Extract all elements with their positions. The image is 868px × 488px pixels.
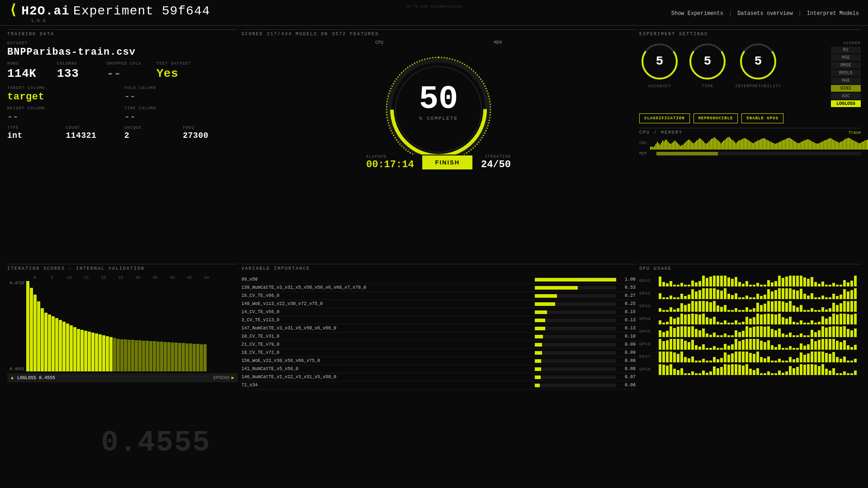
vi-value: 0.09 [620, 350, 636, 355]
gpu-bar [774, 314, 777, 324]
gpu-bar [713, 366, 716, 375]
cpu-bar-item [730, 138, 731, 150]
gpu-usage-panel: GPU USAGE GPU1GPU2GPU3GPU4GPU5GPU6GPU7GP… [639, 264, 861, 479]
gpu-bar [760, 305, 763, 312]
cpu-bar-item [840, 142, 841, 150]
cpu-bar-item [843, 141, 844, 150]
gpu-bar [745, 281, 748, 286]
gpu-bar [698, 301, 701, 312]
gpu-bar [832, 352, 835, 362]
gpu-bar [782, 301, 784, 312]
vi-row: 146_NumCatTE_v2_v22_v3_v31_v5_v50_00.07 [241, 373, 636, 381]
gpu-bar [677, 297, 679, 299]
vi-row: 18_CV_TE_v72_00.09 [241, 349, 636, 357]
gpu-bar [800, 320, 802, 324]
cpu-bar-item [864, 141, 865, 150]
gpu-bar [709, 288, 712, 299]
gpu-bar [659, 339, 661, 350]
cpu-bar-item [795, 142, 796, 150]
gpu-bar [745, 364, 748, 375]
gpu-bars [659, 301, 861, 312]
gpu-bar [713, 346, 716, 350]
vi-bar [535, 367, 541, 371]
cpu-bar-item [780, 141, 781, 150]
cpu-bar-item [839, 143, 840, 150]
gpu-bar [825, 339, 828, 350]
gpu-bar [670, 364, 672, 375]
unique-block: UNIQUE 2 [124, 126, 179, 140]
gpu-bar [811, 330, 813, 337]
gpu-bar [670, 339, 672, 350]
gpu-row: GPU3 [639, 301, 861, 312]
vi-row: 141_NumCatTE_v5_v56_00.08 [241, 365, 636, 373]
cpu-bar-item [733, 141, 734, 150]
scorer-item-mse[interactable]: MSE [831, 54, 861, 61]
interpret-models-link[interactable]: Interpret Models [807, 10, 859, 17]
gpu-bar [836, 305, 839, 312]
gpu-bar [673, 285, 676, 286]
gpu-bar [691, 371, 694, 375]
logloss-value: LOGLOSS 0.4555 [17, 375, 55, 380]
gpu-bar [756, 314, 759, 324]
gauge-percent-label: % COMPLETE [419, 116, 458, 121]
gpu-bar [677, 327, 679, 337]
gpu-bar [662, 323, 665, 324]
progress-panel: SCORED 217/434 MODELS ON 3572 FEATURES C… [241, 29, 636, 260]
gpu-bar [695, 345, 698, 350]
rows-label: ROWS [7, 61, 43, 66]
datasets-overview-link[interactable]: Datasets overview [737, 10, 793, 17]
scorer-item-gini[interactable]: GINI [831, 85, 861, 92]
scorer-item-rmse[interactable]: RMSE [831, 62, 861, 69]
cpu-bar-item [810, 141, 811, 150]
gpu-bar [818, 297, 821, 299]
gpu-bar [684, 341, 687, 350]
gpu-bar [709, 302, 712, 312]
vi-value: 0.06 [620, 383, 636, 388]
gpu-bar [774, 361, 777, 362]
iteration-bar [200, 344, 203, 372]
scorer-item-logloss[interactable]: LOGLOSS [831, 100, 861, 107]
gpu-label: GPU6 [639, 342, 655, 347]
scorer-item-rmsle[interactable]: RMSLE [831, 70, 861, 76]
gpu-row: GPU8 [639, 364, 861, 375]
unique-label: UNIQUE [124, 126, 179, 130]
gpu-bar [814, 365, 817, 375]
gpu-bar [691, 281, 694, 286]
gpu-bar [706, 301, 708, 312]
cpu-bar-item [693, 143, 694, 150]
vi-name: 72_v34 [241, 383, 531, 388]
gpu-bar [829, 285, 831, 286]
show-experiments-link[interactable]: Show Experiments [671, 10, 723, 17]
type-block: TYPE int [7, 126, 62, 140]
progress-bottom: ELAPSED 00:17:14 FINISH ITERATION 24/50 [366, 155, 511, 170]
vi-bar [535, 319, 545, 322]
scorer-item-mae[interactable]: MAE [831, 77, 861, 84]
gpu-bar [821, 326, 824, 337]
gauge-percent: 50 [419, 83, 458, 116]
scorer-item-r2[interactable]: R2 [831, 47, 861, 53]
gpu-bar [720, 323, 723, 324]
finish-button[interactable]: FINISH [422, 155, 472, 169]
gpu-bar [666, 352, 669, 362]
gpu-bar [673, 328, 676, 337]
gpu-bar [840, 359, 842, 362]
classification-btn[interactable]: CLASSIFICATION [639, 113, 690, 123]
gpu-bar [756, 352, 759, 362]
scorer-item-auc[interactable]: AUC [831, 93, 861, 99]
enable-gpus-btn[interactable]: ENABLE GPUS [741, 113, 783, 123]
gpu-label: GPU3 [639, 304, 655, 309]
gpu-bar [771, 373, 774, 375]
gpu-bar [745, 352, 748, 362]
gpu-bar [778, 314, 781, 324]
cpu-bar-item [708, 141, 709, 150]
gpu-bar [818, 310, 821, 312]
gpu-bar [847, 345, 849, 350]
svg-text:5: 5 [704, 54, 712, 68]
trace-link[interactable]: Trace [849, 131, 861, 135]
cpu-bar-item [757, 141, 758, 150]
reproducible-btn[interactable]: REPRODUCIBLE [693, 113, 738, 123]
gpu-bar [800, 333, 802, 337]
gpu-bar [753, 339, 755, 350]
gpu-bar [832, 314, 835, 324]
iteration-scores-panel: ITERATION SCORES - INTERNAL VALIDATION 0… [7, 264, 238, 479]
